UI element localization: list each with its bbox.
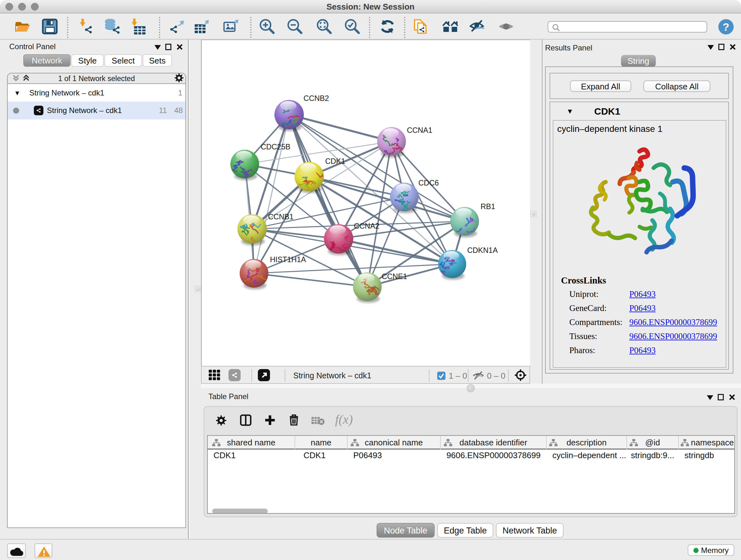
svg-text:CCNA1: CCNA1: [407, 126, 432, 134]
svg-text:CDC25B: CDC25B: [261, 143, 290, 151]
svg-text:CDK1: CDK1: [325, 157, 345, 165]
svg-text:HIST1H1A: HIST1H1A: [270, 255, 306, 264]
svg-text:CCNA2: CCNA2: [354, 222, 380, 230]
svg-text:CDKN1A: CDKN1A: [467, 246, 498, 254]
svg-text:?: ?: [723, 21, 730, 33]
svg-text:CCNB2: CCNB2: [304, 94, 329, 103]
svg-text:RB1: RB1: [481, 202, 495, 211]
svg-text:CCNE1: CCNE1: [382, 272, 407, 281]
svg-text:CDC6: CDC6: [418, 179, 439, 187]
svg-text:CCNB1: CCNB1: [268, 212, 293, 221]
